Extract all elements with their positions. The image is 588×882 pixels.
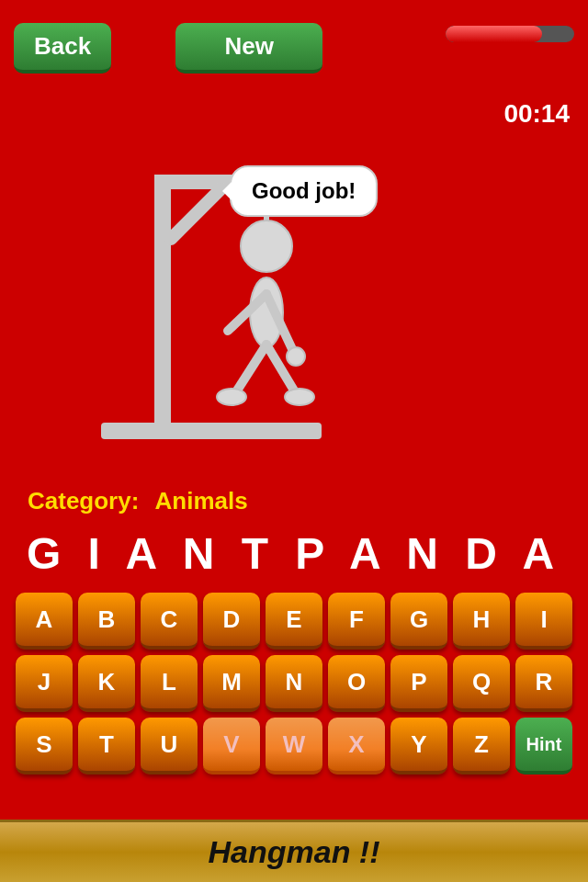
key-w[interactable]: W <box>266 718 322 775</box>
key-g[interactable]: G <box>390 593 447 650</box>
key-l[interactable]: L <box>141 655 198 712</box>
top-bar: Back New <box>0 14 588 83</box>
timer-display: 00:14 <box>503 99 570 129</box>
key-h[interactable]: H <box>453 593 510 650</box>
svg-rect-0 <box>101 423 322 439</box>
progress-bar-container <box>446 26 574 42</box>
category-label: Category: <box>28 487 139 514</box>
key-e[interactable]: E <box>266 593 322 650</box>
key-v[interactable]: V <box>203 718 260 775</box>
key-r[interactable]: R <box>515 655 572 712</box>
svg-rect-1 <box>154 175 171 424</box>
key-f[interactable]: F <box>328 593 385 650</box>
key-c[interactable]: C <box>141 593 198 650</box>
new-button[interactable]: New <box>175 23 322 74</box>
key-row-1: JKLMNOPQR <box>9 655 579 712</box>
svg-point-9 <box>287 347 305 366</box>
key-a[interactable]: A <box>16 593 73 650</box>
key-i[interactable]: I <box>515 593 572 650</box>
gallows-area: Good job! <box>46 119 395 459</box>
key-z[interactable]: Z <box>453 718 510 775</box>
key-q[interactable]: Q <box>453 655 510 712</box>
bottom-bar: Hangman !! <box>0 820 588 882</box>
key-x[interactable]: X <box>328 718 385 775</box>
key-p[interactable]: P <box>390 655 447 712</box>
svg-line-10 <box>237 345 266 390</box>
svg-point-12 <box>217 389 246 405</box>
progress-bar-fill <box>446 26 542 42</box>
key-o[interactable]: O <box>328 655 385 712</box>
svg-point-5 <box>241 220 292 272</box>
back-button[interactable]: Back <box>14 23 111 74</box>
key-n[interactable]: N <box>266 655 322 712</box>
key-j[interactable]: J <box>16 655 73 712</box>
key-d[interactable]: D <box>203 593 260 650</box>
key-m[interactable]: M <box>203 655 260 712</box>
key-row-0: ABCDEFGHI <box>9 593 579 650</box>
key-s[interactable]: S <box>16 718 73 775</box>
svg-point-13 <box>285 389 314 405</box>
word-display: G I A N T P A N D A <box>0 528 588 579</box>
key-row-2: STUVWXYZHint <box>9 718 579 775</box>
key-b[interactable]: B <box>78 593 135 650</box>
app-title: Hangman !! <box>209 834 380 870</box>
keyboard: ABCDEFGHIJKLMNOPQRSTUVWXYZHint <box>9 593 579 780</box>
category-value: Animals <box>155 487 248 514</box>
key-t[interactable]: T <box>78 718 135 775</box>
category-line: Category: Animals <box>28 487 248 515</box>
speech-bubble: Good job! <box>230 165 378 217</box>
key-k[interactable]: K <box>78 655 135 712</box>
key-hint[interactable]: Hint <box>515 718 572 775</box>
key-u[interactable]: U <box>141 718 198 775</box>
key-y[interactable]: Y <box>390 718 447 775</box>
